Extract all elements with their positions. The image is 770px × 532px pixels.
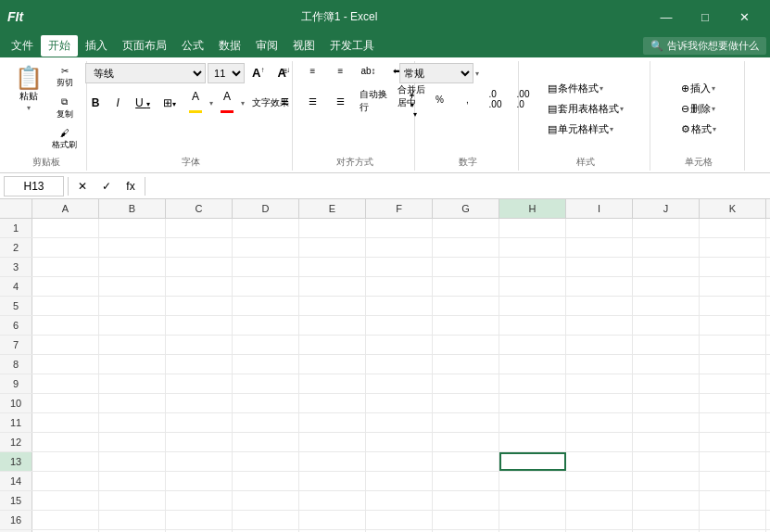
cell-E11[interactable] [299, 413, 366, 432]
cell-G12[interactable] [433, 433, 499, 451]
cell-A10[interactable] [32, 394, 99, 412]
cell-K6[interactable] [700, 316, 766, 335]
cell-A7[interactable] [32, 336, 99, 354]
cell-I11[interactable] [566, 413, 633, 432]
table-format-button[interactable]: ▤ 套用表格格式 ▾ [543, 100, 628, 118]
align-right-button[interactable]: ☰ [328, 94, 354, 109]
currency-button[interactable]: ¥▾ [399, 87, 425, 112]
row-num-9[interactable]: 9 [0, 374, 32, 393]
col-header-H[interactable]: H [499, 199, 566, 218]
cell-B13[interactable] [99, 452, 166, 471]
cell-F4[interactable] [366, 277, 433, 296]
cell-K8[interactable] [700, 355, 766, 374]
cell-E12[interactable] [299, 433, 366, 451]
menu-data[interactable]: 数据 [211, 35, 248, 57]
cell-C2[interactable] [166, 238, 233, 257]
cell-J6[interactable] [633, 316, 700, 335]
col-header-D[interactable]: D [233, 199, 299, 218]
cell-E9[interactable] [299, 374, 366, 393]
cell-C7[interactable] [166, 336, 233, 354]
cell-B12[interactable] [99, 433, 166, 451]
cell-G16[interactable] [433, 511, 499, 529]
cell-I1[interactable] [566, 219, 633, 237]
delete-cells-button[interactable]: ⊖ 删除 ▾ [676, 100, 720, 118]
row-num-11[interactable]: 11 [0, 413, 32, 432]
cell-J9[interactable] [633, 374, 700, 393]
cell-J16[interactable] [633, 511, 700, 529]
row-num-3[interactable]: 3 [0, 258, 32, 276]
cell-H2[interactable] [499, 238, 566, 257]
cell-E13[interactable] [299, 452, 366, 471]
cell-F6[interactable] [366, 316, 433, 335]
cell-A16[interactable] [32, 511, 99, 529]
text-direction-button[interactable]: ab↕ [356, 63, 382, 79]
cell-G2[interactable] [433, 238, 499, 257]
cell-H10[interactable] [499, 394, 566, 412]
cell-F15[interactable] [366, 491, 433, 510]
cell-C5[interactable] [166, 297, 233, 315]
cell-D7[interactable] [233, 336, 299, 354]
maximize-button[interactable]: □ [687, 4, 724, 30]
cell-K5[interactable] [700, 297, 766, 315]
conditional-format-button[interactable]: ▤ 条件格式 ▾ [543, 80, 608, 97]
search-box[interactable]: 🔍 告诉我你想要做什么 [643, 37, 766, 55]
cell-K13[interactable] [700, 452, 766, 471]
copy-button[interactable]: ⧉ 复制 [48, 94, 81, 123]
insert-cells-button[interactable]: ⊕ 插入 ▾ [676, 80, 720, 97]
font-color-arrow[interactable]: ▾ [241, 99, 245, 108]
confirm-formula-button[interactable]: ✓ [96, 176, 117, 196]
cell-A14[interactable] [32, 472, 99, 490]
cell-A1[interactable] [32, 219, 99, 237]
cell-H15[interactable] [499, 491, 566, 510]
cell-I5[interactable] [566, 297, 633, 315]
font-family-select[interactable]: 等线 [85, 63, 206, 83]
menu-review[interactable]: 审阅 [248, 35, 285, 57]
cell-D8[interactable] [233, 355, 299, 374]
cell-G9[interactable] [433, 374, 499, 393]
row-num-8[interactable]: 8 [0, 355, 32, 374]
cell-J2[interactable] [633, 238, 700, 257]
cell-reference[interactable] [4, 176, 64, 196]
cell-I4[interactable] [566, 277, 633, 296]
cell-H11[interactable] [499, 413, 566, 432]
cell-H13[interactable] [499, 452, 566, 471]
cell-A13[interactable] [32, 452, 99, 471]
cell-H7[interactable] [499, 336, 566, 354]
cell-E10[interactable] [299, 394, 366, 412]
align-center-button[interactable]: ☰ [300, 94, 326, 109]
cell-H9[interactable] [499, 374, 566, 393]
cell-F12[interactable] [366, 433, 433, 451]
cell-C12[interactable] [166, 433, 233, 451]
cell-H3[interactable] [499, 258, 566, 276]
cell-A6[interactable] [32, 316, 99, 335]
cell-J3[interactable] [633, 258, 700, 276]
cell-E8[interactable] [299, 355, 366, 374]
cell-I15[interactable] [566, 491, 633, 510]
menu-formulas[interactable]: 公式 [174, 35, 211, 57]
cell-H6[interactable] [499, 316, 566, 335]
row-num-4[interactable]: 4 [0, 277, 32, 296]
cell-D5[interactable] [233, 297, 299, 315]
row-num-2[interactable]: 2 [0, 238, 32, 257]
cell-I13[interactable] [566, 452, 633, 471]
row-num-6[interactable]: 6 [0, 316, 32, 335]
cell-E16[interactable] [299, 511, 366, 529]
cancel-formula-button[interactable]: ✕ [72, 176, 93, 196]
cell-G13[interactable] [433, 452, 499, 471]
fill-color-arrow[interactable]: ▾ [209, 99, 213, 108]
cell-H12[interactable] [499, 433, 566, 451]
col-header-I[interactable]: I [566, 199, 633, 218]
border-button[interactable]: ⊞▾ [158, 95, 182, 111]
increase-font-button[interactable]: A↑ [246, 64, 270, 82]
row-num-5[interactable]: 5 [0, 297, 32, 315]
cell-I12[interactable] [566, 433, 633, 451]
cell-B1[interactable] [99, 219, 166, 237]
paste-button[interactable]: 📋 粘贴 ▾ [11, 63, 46, 116]
cell-B7[interactable] [99, 336, 166, 354]
font-color-button[interactable]: A [215, 88, 239, 118]
col-header-A[interactable]: A [32, 199, 99, 218]
cell-B4[interactable] [99, 277, 166, 296]
align-left-button[interactable]: ☰ [272, 94, 298, 109]
menu-insert[interactable]: 插入 [78, 35, 115, 57]
cell-B6[interactable] [99, 316, 166, 335]
